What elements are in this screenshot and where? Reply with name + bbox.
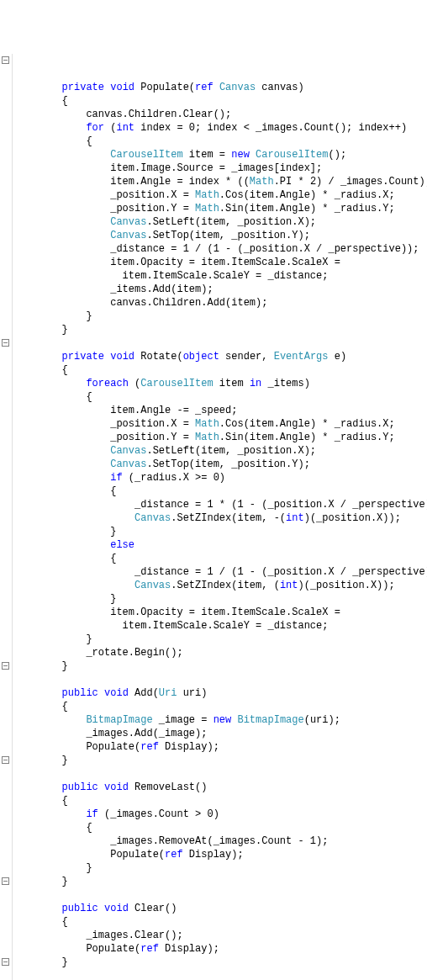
- code-editor: private void Populate(ref Canvas canvas)…: [0, 54, 427, 980]
- code-line: }: [13, 660, 68, 672]
- code-line: {: [13, 822, 92, 834]
- code-line: Canvas.SetLeft(item, _position.X);: [13, 216, 316, 228]
- code-line: public void RemoveLast(): [13, 781, 207, 793]
- code-line: if (_images.Count > 0): [13, 808, 219, 820]
- code-line: }: [13, 862, 92, 874]
- fold-minus-icon[interactable]: [2, 56, 9, 64]
- code-line: if (_radius.X >= 0): [13, 472, 225, 484]
- code-line: item.Image.Source = _images[index];: [13, 162, 322, 174]
- code-line: _distance = 1 / (1 - (_position.X / _per…: [13, 566, 427, 578]
- fold-minus-icon[interactable]: [2, 339, 9, 347]
- code-line: {: [13, 95, 68, 107]
- code-line: Populate(ref Display);: [13, 741, 219, 753]
- code-line: _items.Add(item);: [13, 283, 214, 295]
- code-line: public void Add(Uri uri): [13, 687, 207, 699]
- code-line: item.ItemScale.ScaleY = _distance;: [13, 270, 328, 282]
- code-line: }: [13, 526, 116, 538]
- code-line: BitmapImage _image = new BitmapImage(uri…: [13, 714, 340, 726]
- fold-gutter: [0, 54, 13, 980]
- code-line: Canvas.SetZIndex(item, (int)(_position.X…: [13, 580, 395, 591]
- code-line: _distance = 1 / (1 - (_position.X / _per…: [13, 243, 419, 255]
- code-line: {: [13, 795, 68, 807]
- code-line: Populate(ref Display);: [13, 849, 244, 861]
- code-line: for (int index = 0; index < _images.Coun…: [13, 122, 407, 134]
- fold-minus-icon[interactable]: [2, 662, 9, 670]
- code-line: Canvas.SetZIndex(item, -(int)(_position.…: [13, 512, 401, 524]
- code-line: Populate(ref Display);: [13, 943, 219, 955]
- code-line: _images.RemoveAt(_images.Count - 1);: [13, 835, 328, 847]
- code-line: {: [13, 391, 92, 403]
- code-area[interactable]: private void Populate(ref Canvas canvas)…: [13, 81, 427, 980]
- code-line: item.Opacity = item.ItemScale.ScaleX =: [13, 257, 340, 268]
- code-line: {: [13, 485, 116, 497]
- code-line: }: [13, 755, 68, 766]
- code-line: public void Clear(): [13, 903, 177, 914]
- code-line: private void Populate(ref Canvas canvas): [13, 82, 304, 93]
- code-line: {: [13, 364, 68, 376]
- code-line: _images.Add(_image);: [13, 728, 207, 739]
- code-line: {: [13, 553, 116, 564]
- code-line: }: [13, 593, 116, 605]
- code-line: _images.Clear();: [13, 930, 183, 941]
- code-line: }: [13, 310, 92, 322]
- code-line: else: [13, 539, 134, 551]
- code-line: foreach (CarouselItem item in _items): [13, 378, 310, 389]
- code-line: _position.Y = Math.Sin(item.Angle) * _ra…: [13, 432, 395, 443]
- code-line: Canvas.SetTop(item, _position.Y);: [13, 458, 310, 470]
- code-line: }: [13, 956, 68, 968]
- code-line: canvas.Children.Add(item);: [13, 297, 267, 309]
- fold-minus-icon[interactable]: [2, 756, 9, 764]
- code-line: _position.Y = Math.Sin(item.Angle) * _ra…: [13, 203, 395, 215]
- code-line: {: [13, 916, 68, 928]
- code-line: _position.X = Math.Cos(item.Angle) * _ra…: [13, 189, 395, 201]
- code-line: }: [13, 633, 92, 645]
- code-line: _position.X = Math.Cos(item.Angle) * _ra…: [13, 418, 395, 430]
- code-line: _distance = 1 * (1 - (_position.X / _per…: [13, 499, 427, 511]
- code-line: {: [13, 135, 92, 147]
- code-line: }: [13, 876, 68, 887]
- code-line: CarouselItem item = new CarouselItem();: [13, 149, 346, 161]
- code-line: canvas.Children.Clear();: [13, 109, 231, 120]
- code-line: Canvas.SetLeft(item, _position.X);: [13, 445, 316, 457]
- code-line: item.Angle -= _speed;: [13, 405, 237, 416]
- fold-minus-icon[interactable]: [2, 877, 9, 885]
- code-line: item.ItemScale.ScaleY = _distance;: [13, 620, 328, 632]
- fold-minus-icon[interactable]: [2, 958, 9, 966]
- code-line: item.Angle = index * ((Math.PI * 2) / _i…: [13, 176, 427, 188]
- code-line: Canvas.SetTop(item, _position.Y);: [13, 230, 310, 241]
- code-line: }: [13, 324, 68, 336]
- code-line: _rotate.Begin();: [13, 647, 183, 659]
- code-line: {: [13, 701, 68, 712]
- code-line: item.Opacity = item.ItemScale.ScaleX =: [13, 607, 340, 618]
- code-line: private void Rotate(object sender, Event…: [13, 351, 346, 363]
